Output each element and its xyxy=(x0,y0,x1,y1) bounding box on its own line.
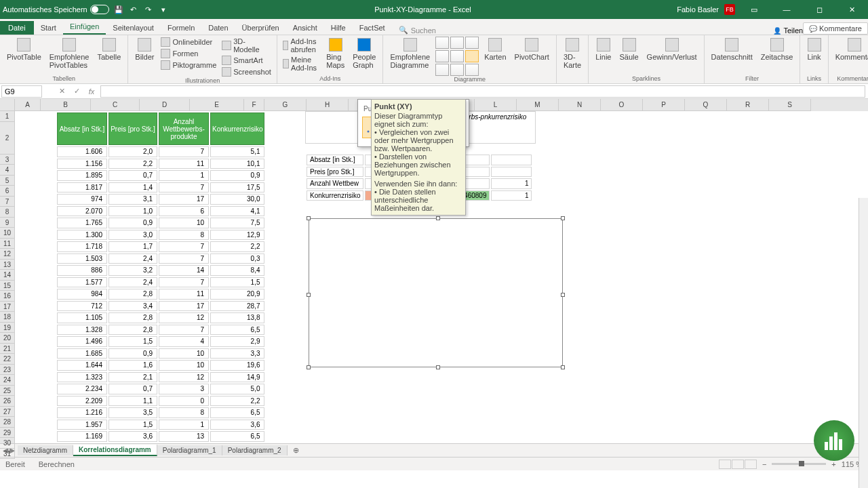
data-cell[interactable]: 1.685 xyxy=(57,348,107,359)
user-avatar[interactable]: FB xyxy=(724,4,735,15)
timeline-button[interactable]: Zeitachse xyxy=(758,37,796,62)
qat-dropdown-icon[interactable]: ▾ xyxy=(158,4,169,15)
smartart-button[interactable]: SmartArt xyxy=(220,55,273,66)
data-cell[interactable]: 1.817 xyxy=(57,182,107,193)
data-cell[interactable]: 1.034 xyxy=(57,443,107,444)
row-header[interactable]: 31 xyxy=(0,449,15,460)
recommended-pivottables-button[interactable]: Empfohlene PivotTables xyxy=(47,37,92,70)
get-addins-button[interactable]: Add-Ins abrufen xyxy=(281,37,321,54)
row-header[interactable]: 15 xyxy=(0,281,15,291)
combo-chart-button[interactable] xyxy=(450,64,464,76)
data-cell[interactable]: 17 xyxy=(159,301,209,312)
data-cell[interactable]: 1.300 xyxy=(57,230,107,241)
column-header[interactable]: A xyxy=(15,99,41,111)
data-cell[interactable]: 3,6 xyxy=(210,420,264,430)
tab-file[interactable]: Datei xyxy=(0,21,34,35)
row-header[interactable]: 20 xyxy=(0,333,15,344)
data-cell[interactable]: 7 xyxy=(159,253,209,264)
scatter-chart-button[interactable] xyxy=(465,50,479,62)
data-cell[interactable]: 10 xyxy=(159,348,209,359)
row-header[interactable]: 19 xyxy=(0,323,15,333)
tab-help[interactable]: Hilfe xyxy=(324,21,353,35)
data-cell[interactable]: 6,5 xyxy=(210,431,264,442)
data-cell[interactable]: 3,3 xyxy=(108,443,157,444)
pivotchart-button[interactable]: PivotChart xyxy=(512,37,552,62)
data-cell[interactable]: 8 xyxy=(159,407,209,418)
data-cell[interactable]: 0,3 xyxy=(210,253,264,264)
data-cell[interactable]: 2,8 xyxy=(108,312,157,323)
row-header[interactable]: 17 xyxy=(0,302,15,312)
row-header[interactable]: 16 xyxy=(0,291,15,302)
data-cell[interactable]: 2,9 xyxy=(210,336,264,347)
row-header[interactable]: 12 xyxy=(0,249,15,260)
view-pagebreak-button[interactable] xyxy=(745,460,757,469)
column-header[interactable]: C xyxy=(91,99,140,111)
tab-view[interactable]: Ansicht xyxy=(286,21,324,35)
data-cell[interactable]: 1.895 xyxy=(57,170,107,181)
row-header[interactable]: 24 xyxy=(0,375,15,386)
column-header[interactable]: B xyxy=(41,99,91,111)
share-button[interactable]: 👤 Teilen xyxy=(773,26,803,35)
data-cell[interactable]: 1,4 xyxy=(108,182,157,193)
data-cell[interactable]: 886 xyxy=(57,265,107,276)
data-cell[interactable]: 8,4 xyxy=(210,265,264,276)
data-cell[interactable]: 1,5 xyxy=(108,336,157,347)
vertical-scrollbar[interactable] xyxy=(859,198,868,488)
enter-formula-icon[interactable]: ✓ xyxy=(71,85,83,98)
sheet-tab-korrelation[interactable]: Korrelationsdiagramm xyxy=(73,445,157,456)
data-cell[interactable]: 0,9 xyxy=(108,348,157,359)
sheet-tab-netz[interactable]: Netzdiagramm xyxy=(18,445,73,455)
3d-models-button[interactable]: 3D-Modelle xyxy=(220,37,273,54)
data-cell[interactable]: 1 xyxy=(159,420,209,430)
online-pictures-button[interactable]: Onlinebilder xyxy=(159,37,218,47)
row-header[interactable]: 5 xyxy=(0,176,15,186)
ribbon-options-icon[interactable]: ▭ xyxy=(741,0,768,19)
data-cell[interactable]: 2.234 xyxy=(57,384,107,394)
pie-chart-button[interactable] xyxy=(465,37,479,49)
data-cell[interactable]: 1.765 xyxy=(57,218,107,228)
data-cell[interactable]: 20,9 xyxy=(210,289,264,300)
data-cell[interactable]: 10 xyxy=(159,218,209,228)
data-cell[interactable]: 0 xyxy=(159,396,209,407)
data-cell[interactable]: 1.577 xyxy=(57,277,107,288)
data-cell[interactable]: 13 xyxy=(159,431,209,442)
tab-start[interactable]: Start xyxy=(34,21,63,35)
data-cell[interactable]: 2,0 xyxy=(108,146,157,157)
column-header[interactable]: S xyxy=(769,99,811,111)
data-cell[interactable]: 3,4 xyxy=(108,301,157,312)
data-cell[interactable]: 1.957 xyxy=(57,420,107,430)
data-cell[interactable]: 1.503 xyxy=(57,253,107,264)
row-header[interactable]: 8 xyxy=(0,207,15,218)
row-header[interactable]: 23 xyxy=(0,365,15,375)
sheet-tab-polar2[interactable]: Polardiagramm_2 xyxy=(222,445,288,455)
data-cell[interactable]: 30,0 xyxy=(210,194,264,205)
pivottable-button[interactable]: PivotTable xyxy=(4,37,44,62)
tab-pagelayout[interactable]: Seitenlayout xyxy=(106,21,161,35)
column-chart-button[interactable] xyxy=(435,37,449,49)
column-header[interactable]: G xyxy=(264,99,307,111)
stock-chart-button[interactable] xyxy=(435,64,449,76)
data-cell[interactable]: 6 xyxy=(159,206,209,217)
people-graph-button[interactable]: People Graph xyxy=(350,37,378,70)
data-cell[interactable]: 14,9 xyxy=(210,372,264,383)
column-header[interactable]: Q xyxy=(685,99,727,111)
bar-chart-button[interactable] xyxy=(435,50,449,62)
data-cell[interactable]: 1.156 xyxy=(57,159,107,169)
data-cell[interactable]: 2,2 xyxy=(210,396,264,407)
data-cell[interactable]: 2,1 xyxy=(108,372,157,383)
spreadsheet-grid[interactable]: 1 2 345678910111213141516171819202122232… xyxy=(0,99,868,443)
data-cell[interactable]: 10 xyxy=(159,360,209,371)
formula-bar[interactable] xyxy=(100,85,865,98)
search-input[interactable]: 🔍 Suchen xyxy=(399,26,436,35)
column-header[interactable]: E xyxy=(190,99,244,111)
line-chart-button[interactable] xyxy=(450,37,464,49)
minimize-button[interactable]: — xyxy=(773,0,800,19)
column-header[interactable]: F xyxy=(244,99,264,111)
data-cell[interactable]: 7 xyxy=(159,182,209,193)
row-header[interactable]: 2 xyxy=(0,122,15,155)
column-header[interactable]: M xyxy=(517,99,559,111)
data-cell[interactable]: 0,7 xyxy=(108,170,157,181)
undo-icon[interactable]: ↶ xyxy=(128,4,139,15)
data-cell[interactable]: 984 xyxy=(57,289,107,300)
data-cell[interactable]: 1,6 xyxy=(108,360,157,371)
